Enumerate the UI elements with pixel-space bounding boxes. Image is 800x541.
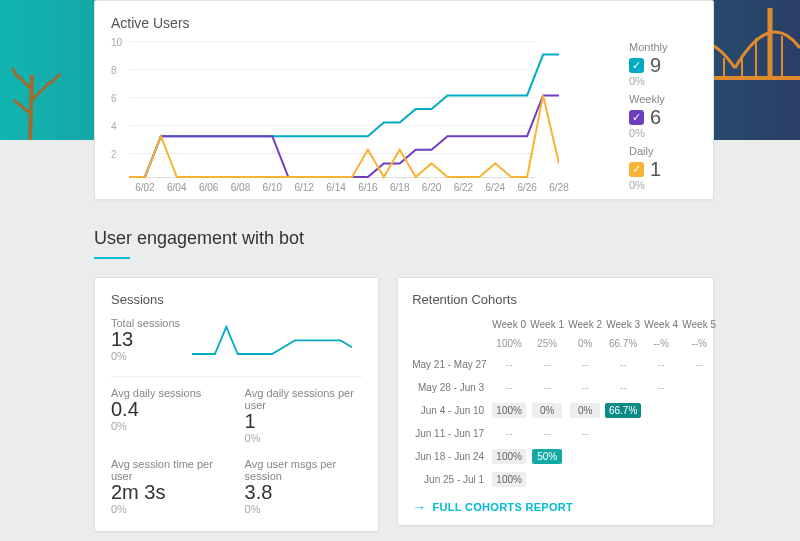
retention-cell: -- — [642, 353, 680, 376]
retention-row: May 21 - May 27------------ — [412, 353, 718, 376]
retention-cell: 0% — [566, 399, 604, 422]
retention-cell: 0% — [528, 399, 566, 422]
retention-title: Retention Cohorts — [412, 292, 701, 307]
retention-cell — [642, 422, 680, 445]
legend-monthly: Monthly ✓ 9 0% — [629, 41, 697, 87]
retention-header-pct: 100% 25% 0% 66.7% --% --% — [412, 334, 718, 353]
retention-cell — [680, 445, 718, 468]
retention-row: Jun 4 - Jun 10100%0%0%66.7% — [412, 399, 718, 422]
retention-cell: 50% — [528, 445, 566, 468]
retention-cell: -- — [566, 353, 604, 376]
sessions-sparkline — [192, 317, 362, 362]
active-users-legend: Monthly ✓ 9 0% Weekly ✓ 6 0% Dai — [619, 41, 697, 191]
retention-cell: -- — [528, 376, 566, 399]
avg-daily-sessions-metric: Avg daily sessions 0.4 0% — [111, 387, 229, 444]
section-underline — [94, 257, 130, 259]
retention-cell: -- — [566, 376, 604, 399]
x-tick: 6/22 — [454, 182, 473, 193]
full-cohorts-report-link[interactable]: → FULL COHORTS REPORT — [412, 491, 701, 515]
arrow-right-icon: → — [412, 499, 426, 515]
x-tick: 6/28 — [549, 182, 568, 193]
retention-table: Week 0 Week 1 Week 2 Week 3 Week 4 Week … — [412, 315, 718, 491]
retention-cell: -- — [604, 353, 642, 376]
retention-period: Jun 11 - Jun 17 — [412, 422, 490, 445]
legend-monthly-toggle[interactable]: ✓ — [629, 58, 644, 73]
y-tick: 10 — [111, 37, 122, 48]
x-tick: 6/14 — [326, 182, 345, 193]
retention-cell — [528, 468, 566, 491]
sessions-title: Sessions — [111, 292, 362, 307]
retention-cell — [604, 422, 642, 445]
legend-daily-toggle[interactable]: ✓ — [629, 162, 644, 177]
retention-cell — [680, 468, 718, 491]
avg-session-time-per-user-metric: Avg session time per user 2m 3s 0% — [111, 458, 229, 515]
x-tick: 6/02 — [135, 182, 154, 193]
retention-header-weeks: Week 0 Week 1 Week 2 Week 3 Week 4 Week … — [412, 315, 718, 334]
retention-cell — [680, 422, 718, 445]
avg-daily-sessions-per-user-metric: Avg daily sessions per user 1 0% — [245, 387, 363, 444]
retention-row: Jun 11 - Jun 17------ — [412, 422, 718, 445]
x-tick: 6/16 — [358, 182, 377, 193]
legend-daily: Daily ✓ 1 0% — [629, 145, 697, 191]
retention-cell: -- — [490, 353, 528, 376]
retention-cell: -- — [604, 376, 642, 399]
sessions-card: Sessions Total sessions 13 0% Avg daily … — [94, 277, 379, 532]
retention-cell — [680, 376, 718, 399]
retention-cell: -- — [680, 353, 718, 376]
avg-user-msgs-per-session-metric: Avg user msgs per session 3.8 0% — [245, 458, 363, 515]
legend-weekly-toggle[interactable]: ✓ — [629, 110, 644, 125]
x-tick: 6/26 — [517, 182, 536, 193]
x-tick: 6/18 — [390, 182, 409, 193]
retention-cell: -- — [528, 422, 566, 445]
x-tick: 6/10 — [263, 182, 282, 193]
retention-period: Jun 25 - Jul 1 — [412, 468, 490, 491]
section-title: User engagement with bot — [94, 228, 714, 249]
x-tick: 6/20 — [422, 182, 441, 193]
y-tick: 6 — [111, 93, 117, 104]
retention-row: Jun 25 - Jul 1100% — [412, 468, 718, 491]
retention-cell — [566, 468, 604, 491]
total-sessions-metric: Total sessions 13 0% — [111, 317, 180, 362]
retention-period: May 21 - May 27 — [412, 353, 490, 376]
retention-cell: -- — [566, 422, 604, 445]
retention-period: Jun 18 - Jun 24 — [412, 445, 490, 468]
retention-cell — [680, 399, 718, 422]
active-users-svg — [129, 41, 559, 181]
retention-period: May 28 - Jun 3 — [412, 376, 490, 399]
retention-row: Jun 18 - Jun 24100%50% — [412, 445, 718, 468]
x-tick: 6/12 — [294, 182, 313, 193]
retention-cell — [642, 399, 680, 422]
retention-cell: 100% — [490, 399, 528, 422]
x-tick: 6/24 — [486, 182, 505, 193]
y-tick: 4 — [111, 121, 117, 132]
active-users-card: Active Users 10 8 6 4 2 — [94, 0, 714, 200]
x-tick: 6/06 — [199, 182, 218, 193]
x-tick: 6/08 — [231, 182, 250, 193]
retention-cell: -- — [490, 376, 528, 399]
active-users-chart: 10 8 6 4 2 6/026/046/066/086 — [111, 41, 619, 191]
retention-cell: -- — [490, 422, 528, 445]
retention-cell — [642, 445, 680, 468]
retention-cell — [566, 445, 604, 468]
retention-cell: 100% — [490, 445, 528, 468]
retention-cell — [642, 468, 680, 491]
y-tick: 2 — [111, 149, 117, 160]
retention-cell — [604, 445, 642, 468]
retention-card: Retention Cohorts Week 0 Week 1 Week 2 W… — [397, 277, 714, 526]
retention-cell: -- — [642, 376, 680, 399]
retention-row: May 28 - Jun 3---------- — [412, 376, 718, 399]
y-tick: 8 — [111, 65, 117, 76]
retention-cell: 100% — [490, 468, 528, 491]
retention-cell: 66.7% — [604, 399, 642, 422]
retention-period: Jun 4 - Jun 10 — [412, 399, 490, 422]
active-users-title: Active Users — [111, 15, 697, 31]
retention-cell — [604, 468, 642, 491]
x-tick: 6/04 — [167, 182, 186, 193]
retention-cell: -- — [528, 353, 566, 376]
legend-weekly: Weekly ✓ 6 0% — [629, 93, 697, 139]
